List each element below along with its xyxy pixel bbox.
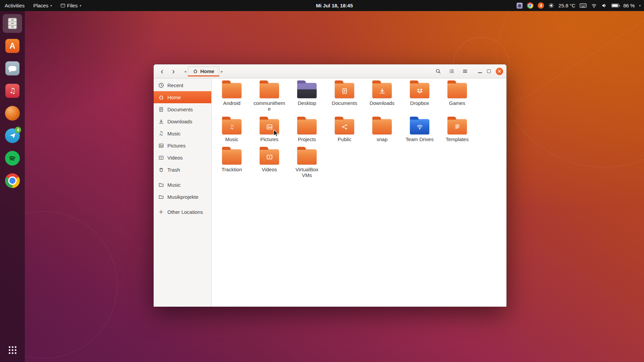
folder-icon: [222, 83, 241, 98]
file-public[interactable]: Public: [327, 116, 362, 142]
window-controls: ✕: [478, 68, 503, 75]
system-menu-chevron-icon[interactable]: ▾: [639, 4, 641, 7]
sidebar-item-label: Recent: [167, 82, 183, 88]
sidebar-item-home[interactable]: Home: [154, 91, 211, 103]
network-drive-icon: [410, 119, 429, 134]
screenshot-indicator-icon[interactable]: [517, 3, 523, 9]
sidebar-item-other-locations[interactable]: +Other Locations: [154, 206, 211, 218]
sidebar-list: RecentHomeDocumentsDownloads♫MusicPictur…: [154, 79, 211, 218]
mouse-cursor: [273, 129, 280, 138]
file-downloads[interactable]: Downloads: [364, 80, 400, 112]
orange-sphere-app-icon: [5, 106, 20, 121]
file-communitheme[interactable]: communitheme: [252, 80, 287, 112]
music-emblem-icon: ♫: [222, 120, 241, 134]
file-projects[interactable]: Projects: [289, 116, 325, 142]
file-label: Music: [225, 136, 238, 142]
file-snap[interactable]: snap: [364, 116, 400, 142]
dock-item-orange-sphere[interactable]: [3, 104, 22, 123]
spotify-icon: [5, 151, 20, 166]
files-app-menu[interactable]: Files ▾: [61, 3, 81, 8]
sidebar-item-musikprojekte[interactable]: Musikprojekte: [154, 191, 211, 203]
dock-item-ubuntu-software[interactable]: A: [3, 37, 22, 55]
path-bar: ◂ Home ▸: [183, 66, 224, 76]
folder-icon: [297, 149, 317, 165]
dock-item-chat[interactable]: [3, 59, 22, 78]
file-label: snap: [377, 136, 388, 142]
file-label: Projects: [298, 136, 316, 142]
dock-item-chrome[interactable]: [3, 171, 22, 190]
file-tracktion[interactable]: Tracktion: [214, 146, 250, 178]
back-button[interactable]: ‹: [157, 66, 167, 76]
show-applications-button[interactable]: [3, 341, 22, 359]
temperature-label[interactable]: 25.8 °C: [558, 3, 575, 8]
file-team-drives[interactable]: Team Drives: [402, 116, 437, 142]
notification-count-badge[interactable]: 4: [538, 2, 544, 9]
file-label: Tracktion: [221, 167, 242, 172]
wifi-icon[interactable]: [591, 3, 597, 8]
sidebar-item-label: Pictures: [167, 143, 185, 148]
file-grid: AndroidcommunithemeDesktopDocumentsDownl…: [212, 78, 506, 178]
file-label: Documents: [332, 100, 357, 106]
sidebar-item-documents[interactable]: Documents: [154, 103, 211, 115]
file-templates[interactable]: Templates: [439, 116, 475, 142]
sidebar-item-label: Music: [167, 182, 180, 188]
path-scroll-right-icon[interactable]: ▸: [220, 69, 224, 74]
file-label: Videos: [262, 167, 277, 172]
close-button[interactable]: ✕: [496, 68, 503, 75]
chevron-down-icon: ▾: [50, 4, 52, 7]
sidebar-item-videos[interactable]: Videos: [154, 152, 211, 164]
dock-item-rhythmbox[interactable]: ♫: [3, 81, 22, 100]
download-emblem-icon: [372, 83, 392, 98]
folder-icon: [335, 83, 354, 98]
sidebar-item-trash[interactable]: Trash: [154, 164, 211, 176]
file-view[interactable]: AndroidcommunithemeDesktopDocumentsDownl…: [212, 78, 506, 307]
dock-item-spotify[interactable]: [3, 149, 22, 168]
file-virtualbox-vms[interactable]: VirtualBox VMs: [289, 146, 325, 178]
volume-icon[interactable]: [601, 3, 607, 8]
music-player-icon: ♫: [5, 84, 19, 98]
download-icon: [158, 118, 164, 124]
clock[interactable]: Mi Jul 18, 18:45: [316, 3, 353, 8]
home-icon: [158, 94, 164, 100]
activities-button[interactable]: Activities: [5, 3, 24, 8]
file-label: Android: [223, 100, 240, 106]
file-android[interactable]: Android: [214, 80, 250, 112]
places-menu[interactable]: Places ▾: [33, 3, 52, 8]
file-desktop[interactable]: Desktop: [289, 80, 325, 112]
clock-icon: [158, 82, 164, 88]
file-dropbox[interactable]: Dropbox: [402, 80, 437, 112]
home-icon: [193, 69, 198, 74]
sidebar-item-downloads[interactable]: Downloads: [154, 115, 211, 127]
dock-item-telegram[interactable]: 4: [3, 126, 22, 145]
file-documents[interactable]: Documents: [327, 80, 362, 112]
file-label: Games: [449, 100, 465, 106]
sidebar-item-music[interactable]: Music: [154, 179, 211, 191]
file-games[interactable]: Games: [439, 80, 475, 112]
sidebar-item-pictures[interactable]: Pictures: [154, 139, 211, 152]
folder-icon: [447, 83, 467, 98]
dock-item-files[interactable]: [3, 14, 22, 33]
file-videos[interactable]: Videos: [252, 146, 287, 178]
minimize-button[interactable]: [478, 70, 482, 73]
headerbar[interactable]: ‹ › ◂ Home ▸: [154, 64, 506, 78]
file-pictures[interactable]: Pictures: [252, 116, 287, 142]
keyboard-icon[interactable]: [580, 3, 587, 8]
maximize-button[interactable]: [487, 69, 491, 73]
menu-button[interactable]: [460, 66, 470, 76]
sidebar-item-music[interactable]: ♫Music: [154, 127, 211, 139]
battery-icon[interactable]: [611, 4, 619, 7]
search-button[interactable]: [433, 66, 443, 76]
location-home-tab[interactable]: Home: [188, 66, 219, 76]
sidebar-item-recent[interactable]: Recent: [154, 79, 211, 91]
file-label: Desktop: [298, 100, 316, 106]
file-label: Team Drives: [406, 136, 433, 142]
chrome-indicator-icon[interactable]: [527, 2, 533, 9]
sidebar-item-label: Musikprojekte: [167, 194, 199, 200]
battery-percent-label[interactable]: 86 %: [623, 3, 635, 8]
view-toggle-button[interactable]: [446, 66, 457, 76]
file-music[interactable]: ♫Music: [214, 116, 250, 142]
forward-button[interactable]: ›: [168, 66, 178, 76]
document-icon: [158, 106, 164, 112]
app-grid-icon: [8, 346, 17, 355]
path-scroll-left-icon[interactable]: ◂: [183, 69, 187, 74]
